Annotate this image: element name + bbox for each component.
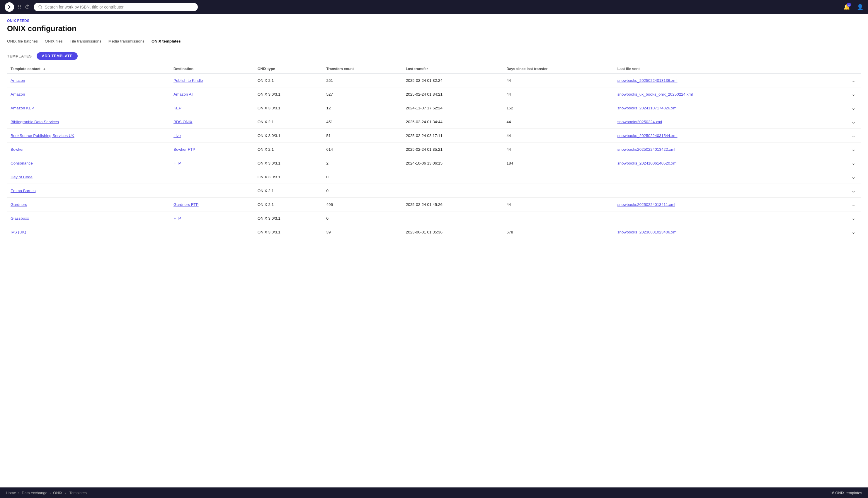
grid-icon[interactable]: ⠿ (17, 4, 22, 10)
last-file-cell: snowbooks_20241107174826.xml (614, 101, 804, 115)
row-expand-button[interactable]: ⌄ (850, 201, 857, 208)
onix-type-cell: ONIX 3.0/3.1 (254, 129, 323, 143)
row-menu-button[interactable]: ⋮ (840, 118, 849, 125)
destination-link[interactable]: FTP (174, 161, 181, 166)
row-menu-button[interactable]: ⋮ (840, 146, 849, 153)
transfers-count-cell: 614 (323, 143, 402, 156)
templates-label: TEMPLATES (7, 54, 32, 58)
last-file-link[interactable]: snowbooks20250224013411.xml (618, 202, 675, 207)
days-since-cell: 678 (503, 225, 614, 239)
transfers-count-cell: 0 (323, 184, 402, 198)
onix-type-cell: ONIX 2.1 (254, 198, 323, 211)
footer-sep-1: › (18, 491, 21, 495)
row-menu-button[interactable]: ⋮ (840, 229, 849, 235)
last-file-cell (614, 170, 804, 184)
search-input[interactable] (44, 5, 193, 9)
template-contact-link[interactable]: Day of Code (11, 175, 32, 179)
destination-link[interactable]: Publish to Kindle (174, 78, 203, 83)
row-menu-button[interactable]: ⋮ (840, 91, 849, 97)
days-since-cell: 44 (503, 198, 614, 211)
col-template-contact[interactable]: Template contact ▲ (7, 65, 170, 74)
footer-onix-link[interactable]: ONIX (53, 491, 63, 495)
actions-cell: ⋮ ⌄ (803, 211, 861, 225)
last-transfer-cell: 2025-02-24 03:17:11 (402, 129, 503, 143)
row-menu-button[interactable]: ⋮ (840, 174, 849, 180)
destination-link[interactable]: Gardners FTP (174, 202, 199, 207)
row-expand-button[interactable]: ⌄ (850, 228, 857, 236)
row-menu-button[interactable]: ⋮ (840, 77, 849, 83)
user-menu-button[interactable]: 👤 (857, 4, 863, 10)
tab-onix-file-batches[interactable]: ONIX file batches (7, 37, 38, 46)
template-contact-link[interactable]: Bibliographic Data Services (11, 120, 59, 124)
row-menu-button[interactable]: ⋮ (840, 215, 849, 221)
days-since-cell: 152 (503, 101, 614, 115)
last-file-link[interactable]: snowbooks_20241107174826.xml (618, 106, 678, 110)
templates-table-container: Template contact ▲ Destination ONIX type… (7, 65, 861, 239)
last-file-link[interactable]: snowbooks20250224013422.xml (618, 147, 675, 152)
template-contact-link[interactable]: Consonance (11, 161, 33, 166)
tab-onix-templates[interactable]: ONIX templates (151, 37, 181, 46)
destination-link[interactable]: KEP (174, 106, 181, 110)
row-expand-button[interactable]: ⌄ (850, 173, 857, 181)
svg-line-2 (41, 8, 42, 9)
template-contact-link[interactable]: Glassboxx (11, 216, 29, 221)
destination-cell: Bowker FTP (170, 143, 254, 156)
transfers-count-cell: 39 (323, 225, 402, 239)
row-expand-button[interactable]: ⌄ (850, 90, 857, 98)
add-template-button[interactable]: ADD TEMPLATE (37, 52, 78, 60)
page-title: ONIX configuration (7, 24, 861, 33)
row-expand-button[interactable]: ⌄ (850, 214, 857, 222)
row-menu-button[interactable]: ⋮ (840, 201, 849, 208)
transfers-count-cell: 0 (323, 170, 402, 184)
template-contact-link[interactable]: Gardners (11, 202, 27, 207)
row-expand-button[interactable]: ⌄ (850, 118, 857, 126)
row-expand-button[interactable]: ⌄ (850, 145, 857, 153)
row-expand-button[interactable]: ⌄ (850, 159, 857, 167)
destination-link[interactable]: Bowker FTP (174, 147, 195, 152)
template-contact-cell: Consonance (7, 156, 170, 170)
template-contact-link[interactable]: Amazon (11, 92, 25, 96)
footer-data-exchange-link[interactable]: Data exchange (22, 491, 47, 495)
footer-templates-text: Templates (69, 491, 87, 495)
destination-link[interactable]: BDS ONIX (174, 120, 192, 124)
last-file-link[interactable]: snowbooks_20250224031544.xml (618, 133, 678, 138)
actions-cell: ⋮ ⌄ (803, 129, 861, 143)
destination-link[interactable]: FTP (174, 216, 181, 221)
app-logo[interactable] (5, 2, 14, 12)
tab-media-transmissions[interactable]: Media transmissions (108, 37, 145, 46)
search-box[interactable] (34, 3, 198, 11)
tab-file-transmissions[interactable]: File transmissions (70, 37, 101, 46)
row-menu-button[interactable]: ⋮ (840, 187, 849, 194)
last-file-link[interactable]: snowbooks20250224.xml (618, 120, 662, 124)
last-file-link[interactable]: snowbooks_uk_books_onix_20250224.xml (618, 92, 693, 96)
destination-link[interactable]: Live (174, 133, 181, 138)
row-menu-button[interactable]: ⋮ (840, 132, 849, 139)
tab-onix-files[interactable]: ONIX files (45, 37, 63, 46)
footer-home-link[interactable]: Home (6, 491, 16, 495)
last-file-link[interactable]: snowbooks_20250224013136.xml (618, 78, 678, 83)
last-file-link[interactable]: snowbooks_20241006140520.xml (618, 161, 678, 166)
destination-link[interactable]: Amazon All (174, 92, 193, 96)
destination-cell: Publish to Kindle (170, 74, 254, 88)
template-contact-link[interactable]: Amazon (11, 78, 25, 83)
row-expand-button[interactable]: ⌄ (850, 104, 857, 112)
last-transfer-cell: 2025-02-24 01:32:24 (402, 74, 503, 88)
row-menu-button[interactable]: ⋮ (840, 160, 849, 166)
notifications-button[interactable]: 🔔 1 (843, 4, 850, 10)
row-expand-button[interactable]: ⌄ (850, 132, 857, 139)
last-file-link[interactable]: snowbooks_20230601023406.xml (618, 230, 678, 234)
days-since-cell (503, 170, 614, 184)
row-expand-button[interactable]: ⌄ (850, 187, 857, 195)
template-contact-link[interactable]: Amazon KEP (11, 106, 34, 110)
template-contact-link[interactable]: BookSource Publishing Services UK (11, 133, 74, 138)
onix-type-cell: ONIX 3.0/3.1 (254, 211, 323, 225)
template-contact-link[interactable]: Bowker (11, 147, 24, 152)
footer-bar: Home › Data exchange › ONIX › Templates … (0, 487, 868, 498)
row-menu-button[interactable]: ⋮ (840, 105, 849, 111)
template-contact-link[interactable]: Emma Barnes (11, 188, 36, 193)
sort-asc-icon: ▲ (42, 67, 46, 71)
row-expand-button[interactable]: ⌄ (850, 77, 857, 84)
onix-type-cell: ONIX 2.1 (254, 74, 323, 88)
template-contact-link[interactable]: IPS (UK) (11, 230, 26, 234)
history-icon[interactable]: ⏱ (25, 4, 30, 10)
